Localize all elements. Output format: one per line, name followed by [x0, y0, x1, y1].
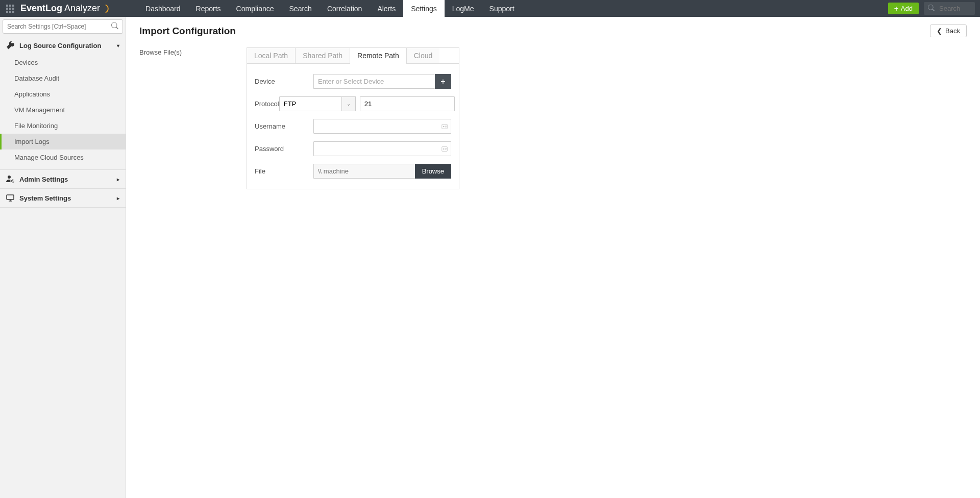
sidebar-header-label: Log Source Configuration — [19, 42, 101, 49]
sidebar-item-import-logs[interactable]: Import Logs — [0, 134, 126, 150]
sidebar-header-system[interactable]: System Settings ▸ — [0, 189, 126, 207]
logo-arc-icon — [103, 4, 112, 13]
top-search-wrap — [924, 2, 975, 15]
app-name-prefix: EventLog — [20, 3, 62, 13]
user-gear-icon — [6, 175, 14, 183]
svg-point-6 — [443, 148, 445, 150]
autofill-icon — [441, 123, 448, 130]
form-row-protocol: Protocol ⌄ — [255, 96, 451, 111]
sidebar-section-log-source: Log Source Configuration ▾ Devices Datab… — [0, 36, 126, 170]
browse-button[interactable]: Browse — [415, 164, 451, 179]
sidebar-header-label: Admin Settings — [19, 176, 68, 183]
chevron-down-icon: ▾ — [117, 43, 119, 48]
sidebar-item-devices[interactable]: Devices — [0, 55, 126, 70]
nav-logme[interactable]: LogMe — [445, 0, 482, 17]
add-button[interactable]: + Add — [888, 3, 919, 14]
svg-point-1 — [11, 180, 13, 182]
sidebar-item-manage-cloud-sources[interactable]: Manage Cloud Sources — [0, 150, 126, 165]
sidebar-item-database-audit[interactable]: Database Audit — [0, 70, 126, 86]
nav-dashboard[interactable]: Dashboard — [138, 0, 188, 17]
tab-local-path[interactable]: Local Path — [247, 48, 296, 63]
back-label: Back — [945, 27, 960, 35]
plus-icon: + — [894, 5, 898, 12]
file-input — [313, 164, 415, 179]
protocol-select[interactable] — [279, 96, 356, 111]
password-label: Password — [255, 145, 313, 153]
form-row-username: Username — [255, 119, 451, 134]
autofill-icon — [441, 145, 448, 153]
app-name-suffix: Analyzer — [64, 3, 100, 13]
monitor-icon — [6, 194, 14, 202]
page-header: Import Configuration ❮ Back — [139, 24, 967, 37]
svg-rect-3 — [442, 124, 448, 129]
device-input[interactable] — [313, 74, 435, 89]
nav-compliance[interactable]: Compliance — [229, 0, 282, 17]
sidebar-item-file-monitoring[interactable]: File Monitoring — [0, 118, 126, 134]
protocol-select-wrap: ⌄ — [279, 96, 356, 111]
svg-rect-5 — [442, 146, 448, 151]
tabs: Local Path Shared Path Remote Path Cloud — [247, 48, 459, 64]
form-row-file: File Browse — [255, 164, 451, 179]
add-device-button[interactable]: + — [435, 74, 451, 89]
nav-correlation[interactable]: Correlation — [320, 0, 370, 17]
sidebar-search-wrap — [0, 17, 126, 36]
sidebar-subitems: Devices Database Audit Applications VM M… — [0, 55, 126, 169]
file-label: File — [255, 167, 313, 175]
container: Log Source Configuration ▾ Devices Datab… — [0, 17, 980, 498]
svg-point-4 — [443, 126, 445, 127]
nav-search[interactable]: Search — [282, 0, 320, 17]
svg-rect-2 — [7, 195, 14, 200]
chevron-right-icon: ▸ — [117, 195, 119, 201]
chevron-right-icon: ▸ — [117, 177, 119, 182]
sidebar-item-vm-management[interactable]: VM Management — [0, 102, 126, 118]
sidebar-item-applications[interactable]: Applications — [0, 86, 126, 102]
form-row-password: Password — [255, 141, 451, 156]
port-input[interactable] — [360, 96, 455, 111]
username-label: Username — [255, 122, 313, 130]
sidebar-header-label: System Settings — [19, 194, 71, 202]
tab-shared-path[interactable]: Shared Path — [296, 48, 350, 63]
content-row: Browse File(s) Local Path Shared Path Re… — [139, 47, 967, 189]
svg-point-0 — [8, 176, 11, 179]
nav-reports[interactable]: Reports — [188, 0, 229, 17]
browse-files-label: Browse File(s) — [139, 47, 231, 189]
nav-settings[interactable]: Settings — [403, 0, 445, 17]
add-label: Add — [901, 5, 913, 12]
sidebar-section-system: System Settings ▸ — [0, 189, 126, 208]
page-title: Import Configuration — [139, 26, 236, 37]
form-body: Device + Protocol — [247, 64, 459, 189]
form-row-device: Device + — [255, 74, 451, 89]
protocol-label: Protocol — [255, 100, 279, 108]
search-icon[interactable] — [111, 22, 118, 31]
sidebar-section-admin: Admin Settings ▸ — [0, 170, 126, 189]
app-logo: EventLog Analyzer — [20, 3, 117, 14]
top-navigation: EventLog Analyzer Dashboard Reports Comp… — [0, 0, 980, 17]
sidebar-header-log-source[interactable]: Log Source Configuration ▾ — [0, 36, 126, 55]
wrench-icon — [6, 41, 14, 49]
nav-alerts[interactable]: Alerts — [370, 0, 403, 17]
app-grid-icon[interactable] — [0, 0, 20, 17]
nav-items: Dashboard Reports Compliance Search Corr… — [138, 0, 888, 17]
tab-remote-path[interactable]: Remote Path — [350, 48, 407, 63]
nav-right: + Add — [888, 0, 980, 17]
chevron-left-icon: ❮ — [937, 27, 942, 35]
sidebar: Log Source Configuration ▾ Devices Datab… — [0, 17, 126, 498]
password-input[interactable] — [313, 141, 451, 156]
search-icon — [928, 5, 935, 13]
username-input[interactable] — [313, 119, 451, 134]
plus-icon: + — [440, 77, 445, 86]
back-button[interactable]: ❮ Back — [930, 24, 967, 37]
sidebar-search-input[interactable] — [3, 19, 123, 34]
tab-cloud[interactable]: Cloud — [407, 48, 440, 63]
tab-panel: Local Path Shared Path Remote Path Cloud… — [247, 47, 459, 189]
nav-support[interactable]: Support — [482, 0, 522, 17]
main-content: Import Configuration ❮ Back Browse File(… — [126, 17, 980, 498]
device-label: Device — [255, 78, 313, 85]
sidebar-header-admin[interactable]: Admin Settings ▸ — [0, 170, 126, 188]
